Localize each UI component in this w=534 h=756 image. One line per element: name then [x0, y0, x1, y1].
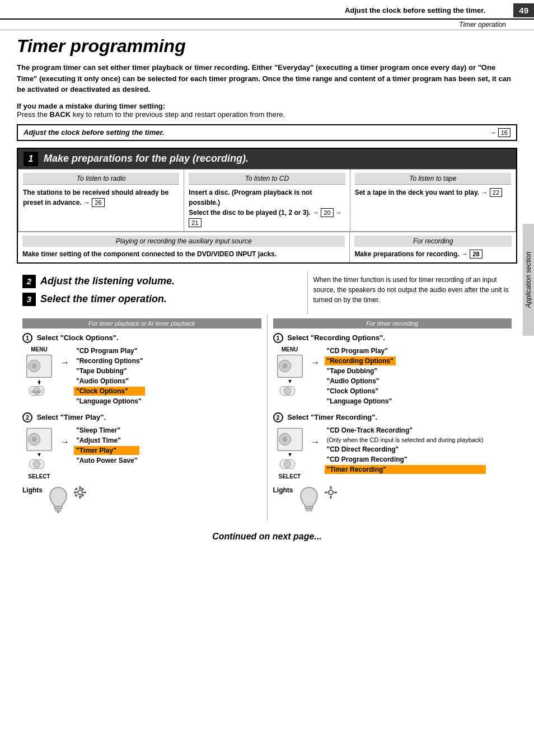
select-label-r2: SELECT [273, 473, 307, 480]
svg-rect-20 [79, 496, 81, 499]
rec-menu-item-2-0: "CD One-Track Recording" [325, 426, 486, 435]
header-title: Adjust the clock before setting the time… [345, 6, 513, 15]
timer-recording-header: For timer recording [273, 318, 512, 328]
step3-number: 3 [22, 293, 36, 306]
note-title: If you made a mistake during timer setti… [17, 102, 517, 110]
source-table: To listen to radio The stations to be re… [18, 169, 516, 232]
menu-item-1-0: "CD Program Play" [74, 346, 145, 355]
tape-header: To listen to tape [355, 173, 511, 185]
lights-section-left: Lights [22, 486, 261, 516]
main-content: Timer programming The program timer can … [0, 30, 534, 558]
svg-rect-43 [330, 496, 331, 499]
aux-left: Playing or recording the auxiliary input… [18, 232, 350, 262]
intro-text: The program timer can set either timer p… [17, 62, 517, 95]
svg-point-35 [282, 436, 287, 442]
gear-icon-right [325, 486, 337, 499]
lights-icon-right [298, 486, 320, 516]
svg-marker-30 [288, 379, 291, 383]
recording-right: For recording Make preparations for reco… [350, 232, 516, 262]
tape-ref: → 22 [481, 189, 503, 196]
step1-header: 1 Make preparations for the play (record… [18, 149, 516, 169]
tape-col: To listen to tape Set a tape in the deck… [350, 169, 516, 231]
recording-content: Make preparations for recording. → 28 [354, 249, 512, 259]
svg-point-16 [57, 511, 59, 513]
rec-menu-item-1-2: "Tape Dubbing" [325, 367, 396, 375]
menu-arrow-r2: → [311, 437, 320, 447]
recording-menu-label: MENU [273, 346, 307, 353]
svg-rect-44 [325, 491, 327, 493]
sidebar-label: Application section [523, 224, 534, 336]
timer-playback-header: For timer playback or AI timer playback [22, 318, 261, 328]
aux-header: Playing or recording the auxiliary input… [22, 236, 345, 247]
menu-item-2-0: "Sleep Timer" [74, 426, 139, 435]
device-svg-r1 [273, 353, 307, 397]
step2-row: 2 Adjust the listening volume. [22, 275, 302, 288]
playback-menu-diagram-2: SELECT → "Sleep Timer" "Adjust Time" "Ti… [22, 426, 261, 480]
recording-menu-diagram-1: MENU → "CD Program Play" "Re [273, 346, 512, 406]
svg-rect-40 [306, 509, 312, 511]
adjust-clock-text: Adjust the clock before setting the time… [24, 128, 164, 137]
page-number: 49 [513, 3, 534, 17]
recording-header: For recording [354, 236, 512, 247]
menu-item-1-5: "Language Options" [74, 397, 145, 406]
aux-content: Make timer setting of the component conn… [22, 249, 345, 259]
svg-rect-14 [54, 506, 62, 509]
radio-col: To listen to radio The stations to be re… [18, 169, 184, 231]
device-svg-2 [22, 426, 56, 471]
timer-playback-col: For timer playback or AI timer playback … [17, 314, 268, 520]
top-header: Adjust the clock before setting the time… [0, 0, 534, 20]
clock-ref: → 16 [489, 128, 510, 137]
svg-point-18 [78, 490, 82, 495]
gear-icon-left [74, 486, 86, 499]
cd-header: To listen to CD [189, 173, 345, 185]
rec-menu-item-1-3: "Audio Options" [325, 377, 396, 386]
device-svg-1: SELECT [22, 353, 56, 397]
device-icon-2: SELECT [22, 426, 56, 480]
radio-ref: → 26 [83, 199, 105, 206]
lights-svg-left [47, 486, 69, 514]
svg-text:SELECT: SELECT [31, 390, 43, 393]
step1-number: 1 [24, 152, 38, 166]
svg-point-41 [329, 490, 333, 495]
svg-marker-11 [38, 453, 40, 456]
steps-right: When the timer function is used for time… [307, 271, 517, 314]
step3-header: 3 Select the timer operation. [22, 293, 302, 306]
menu-item-2-3: "Auto Power Save" [74, 456, 139, 465]
step2-header: 2 Adjust the listening volume. [22, 275, 302, 288]
svg-point-38 [284, 461, 291, 467]
menu-label-1: MENU [22, 346, 56, 353]
svg-point-29 [282, 363, 287, 368]
rec-menu-item-1-1: "Recording Options" [325, 356, 396, 365]
svg-point-32 [284, 387, 291, 394]
circle-2-recording: 2 [273, 412, 283, 422]
cd-col: To listen to CD Insert a disc. (Program … [184, 169, 350, 231]
svg-rect-39 [305, 506, 313, 509]
step3-title: Select the timer operation. [40, 293, 167, 305]
tape-content: Set a tape in the deck you want to play.… [355, 185, 511, 198]
subtitle-text: Timer operation [459, 21, 506, 29]
cd-ref1: 20 [321, 208, 333, 217]
lights-icon-left [47, 486, 69, 516]
playback-menu-list-2: "Sleep Timer" "Adjust Time" "Timer Play"… [74, 426, 139, 465]
svg-rect-19 [79, 486, 81, 489]
recording-ref-num: 28 [470, 250, 482, 259]
recording-menu-list-1: "CD Program Play" "Recording Options" "T… [325, 346, 396, 406]
recording-sub2: 2 Select "Timer Recording". SELEC [273, 412, 512, 480]
rec-menu-item-2-3: "Timer Recording" [325, 465, 486, 474]
recording-ref: → 28 [461, 250, 483, 258]
aux-row: Playing or recording the auxiliary input… [18, 232, 516, 262]
playback-menu-diagram-1: MENU SELECT [22, 346, 261, 406]
lights-label-right: Lights [273, 486, 293, 494]
circle-1-playback: 1 [22, 333, 32, 343]
rec-menu-item-1-4: "Clock Options" [325, 387, 396, 396]
recording-menu-list-2: "CD One-Track Recording" (Only when the … [325, 426, 486, 474]
menu-item-2-1: "Adjust Time" [74, 436, 139, 445]
cd-ref2: 21 [189, 218, 201, 227]
steps-2-3: 2 Adjust the listening volume. 3 Select … [17, 271, 517, 314]
note-section: If you made a mistake during timer setti… [17, 102, 517, 119]
step3-note: When the timer function is used for time… [313, 276, 509, 304]
note-text: Press the BACK key to return to the prev… [17, 110, 517, 119]
menu-arrow-r1: → [311, 358, 320, 368]
circle-1-recording: 1 [273, 333, 283, 343]
circle-2-playback: 2 [22, 412, 32, 422]
